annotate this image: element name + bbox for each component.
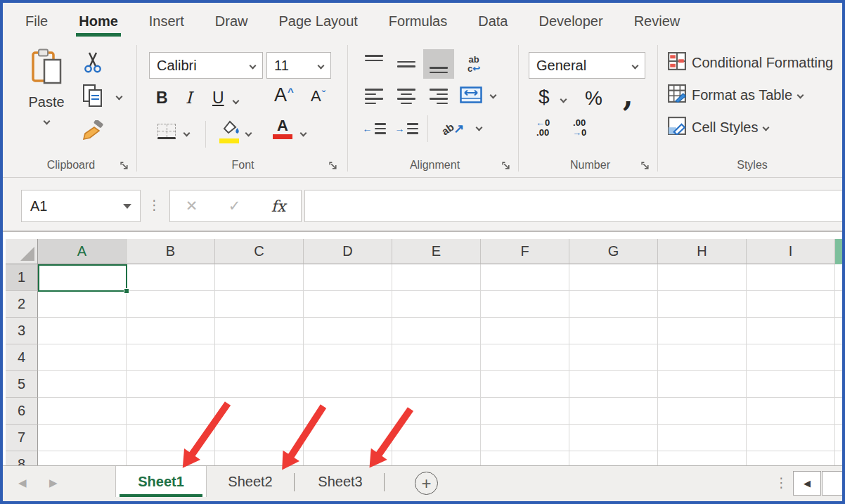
name-box-dropdown-icon[interactable] [123, 204, 131, 209]
scroll-left-button[interactable]: ◀ [793, 471, 821, 496]
underline-dropdown-icon[interactable] [233, 98, 240, 105]
number-format-select[interactable]: General [529, 52, 645, 79]
column-header-E[interactable]: E [392, 239, 481, 264]
grid-cells[interactable] [38, 264, 842, 468]
row-header-4[interactable]: 4 [6, 344, 38, 371]
cut-button[interactable] [80, 51, 105, 77]
tab-developer[interactable]: Developer [538, 13, 602, 30]
sheet-tab-sheet3[interactable]: Sheet3 [301, 467, 380, 496]
select-all-button[interactable] [6, 239, 38, 264]
column-header-D[interactable]: D [304, 239, 392, 264]
font-name-select[interactable]: Calibri [149, 52, 263, 79]
sheet-tab-sheet1[interactable]: Sheet1 [115, 466, 207, 497]
alignment-group-label: Alignment [351, 159, 518, 172]
italic-button[interactable]: I [186, 90, 192, 106]
name-box[interactable]: A1 [21, 190, 141, 222]
currency-dropdown-icon[interactable] [560, 96, 567, 103]
alignment-dialog-launcher-icon[interactable] [501, 161, 511, 171]
wrap-text-button[interactable]: ab c↩ [458, 49, 489, 79]
insert-function-button[interactable]: fx [271, 198, 286, 215]
column-header-H[interactable]: H [658, 239, 747, 264]
increase-font-size-button[interactable]: A^ [274, 86, 293, 105]
borders-dropdown-icon[interactable] [183, 130, 191, 137]
orientation-button[interactable]: ab↗ [434, 114, 471, 143]
row-header-5[interactable]: 5 [6, 371, 38, 398]
middle-align-button[interactable] [391, 49, 422, 79]
align-left-button[interactable] [359, 82, 389, 111]
tab-insert[interactable]: Insert [149, 13, 184, 30]
tab-home[interactable]: Home [79, 13, 118, 30]
group-separator [347, 45, 348, 172]
column-header-G[interactable]: G [569, 239, 658, 264]
format-as-table-button[interactable]: Format as Table [668, 84, 803, 106]
divider [205, 121, 206, 148]
top-align-button[interactable] [359, 49, 389, 79]
fill-color-icon [219, 125, 240, 137]
number-dialog-launcher-icon[interactable] [640, 161, 650, 171]
font-color-button[interactable]: A [273, 118, 292, 139]
column-header-B[interactable]: B [127, 239, 215, 264]
row-header-3[interactable]: 3 [6, 318, 38, 344]
paste-dropdown-icon[interactable] [43, 118, 50, 125]
underline-button[interactable]: U [212, 90, 224, 106]
new-sheet-button[interactable]: + [415, 472, 438, 495]
font-dialog-launcher-icon[interactable] [328, 161, 338, 171]
tab-data[interactable]: Data [478, 13, 508, 30]
cell-styles-button[interactable]: Cell Styles [668, 117, 768, 138]
column-header-F[interactable]: F [481, 239, 569, 264]
increase-indent-icon: → [395, 123, 418, 134]
enter-button[interactable]: ✓ [228, 198, 241, 214]
tab-review[interactable]: Review [634, 13, 680, 30]
merge-center-button[interactable] [457, 82, 485, 111]
column-header-A[interactable]: A [38, 239, 127, 264]
orientation-dropdown-icon[interactable] [476, 124, 483, 131]
tab-draw[interactable]: Draw [215, 13, 248, 30]
bottom-align-button[interactable] [423, 49, 454, 79]
paste-button[interactable]: Paste [15, 48, 77, 155]
font-size-select[interactable]: 11 [266, 52, 331, 79]
tab-file[interactable]: File [25, 13, 48, 30]
formula-bar-buttons: ✕ ✓ fx [169, 190, 302, 222]
format-painter-button[interactable] [80, 118, 105, 146]
borders-button[interactable] [157, 124, 176, 139]
horizontal-scrollbar[interactable] [822, 471, 844, 496]
decrease-font-size-button[interactable]: Aˇ [311, 89, 325, 104]
decrease-decimal-button[interactable]: .00 →0 [572, 118, 586, 138]
percent-button[interactable]: % [585, 87, 602, 110]
formula-input[interactable] [304, 190, 844, 222]
tab-page-layout[interactable]: Page Layout [279, 13, 358, 30]
sheet-nav-left-icon[interactable]: ◀ [18, 477, 27, 489]
bottom-align-icon [430, 67, 448, 73]
tab-formulas[interactable]: Formulas [389, 13, 447, 30]
row-header-6[interactable]: 6 [6, 398, 38, 425]
increase-indent-button[interactable]: → [391, 114, 422, 143]
formula-bar-resize-handle-icon[interactable]: ⋮ [148, 197, 161, 213]
fill-color-dropdown-icon[interactable] [245, 130, 252, 137]
fill-color-button[interactable] [219, 119, 240, 143]
row-header-2[interactable]: 2 [6, 291, 38, 318]
scissors-icon [83, 51, 103, 77]
align-right-button[interactable] [423, 82, 454, 111]
sheet-tab-sheet2[interactable]: Sheet2 [211, 467, 290, 496]
tab-bar-resize-handle-icon[interactable]: ⋮ [775, 474, 788, 491]
cancel-button[interactable]: ✕ [186, 198, 198, 214]
row-header-1[interactable]: 1 [6, 264, 38, 291]
comma-button[interactable]: , [623, 79, 633, 113]
copy-dropdown-icon[interactable] [116, 93, 123, 101]
row-header-7[interactable]: 7 [6, 425, 38, 451]
conditional-formatting-button[interactable]: Conditional Formatting [668, 52, 833, 74]
currency-button[interactable]: $ [538, 86, 550, 108]
divider [427, 115, 428, 142]
bold-button[interactable]: B [156, 90, 168, 106]
merge-center-dropdown-icon[interactable] [490, 92, 497, 99]
column-header-I[interactable]: I [747, 239, 835, 264]
decrease-indent-button[interactable]: ← [359, 114, 389, 143]
clipboard-dialog-launcher-icon[interactable] [120, 161, 129, 171]
copy-button[interactable] [80, 83, 105, 111]
font-color-dropdown-icon[interactable] [300, 130, 307, 137]
align-center-button[interactable] [391, 82, 422, 111]
increase-decimal-button[interactable]: ←0 .00 [536, 118, 550, 138]
column-header-C[interactable]: C [215, 239, 304, 264]
scroll-left-icon: ◀ [804, 478, 811, 489]
sheet-nav-right-icon[interactable]: ▶ [49, 477, 58, 489]
